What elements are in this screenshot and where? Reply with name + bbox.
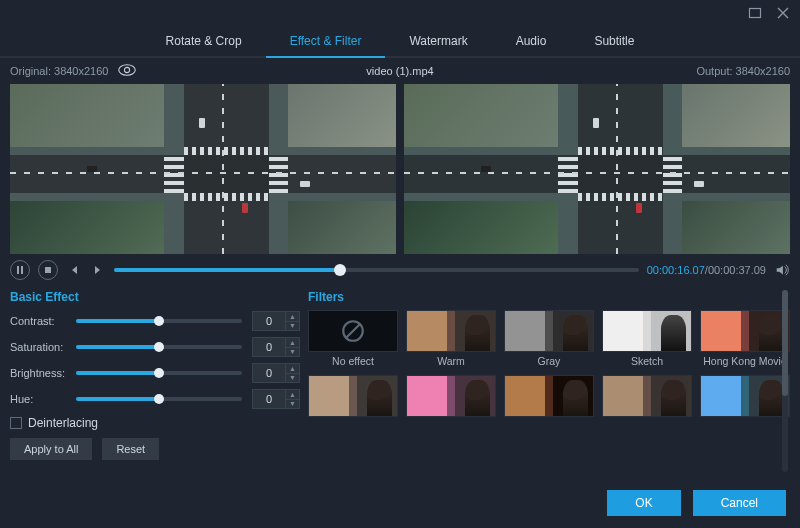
original-preview: [10, 84, 396, 254]
output-resolution-label: Output: 3840x2160: [696, 65, 790, 77]
close-icon[interactable]: [776, 6, 790, 20]
tab-subtitle[interactable]: Subtitle: [570, 26, 658, 56]
tab-rotate-crop[interactable]: Rotate & Crop: [142, 26, 266, 56]
step-up-icon[interactable]: ▲: [286, 338, 299, 348]
stop-button[interactable]: [38, 260, 58, 280]
apply-to-all-button[interactable]: Apply to All: [10, 438, 92, 460]
preview-area: [0, 84, 800, 254]
svg-rect-3: [17, 266, 19, 274]
titlebar: [0, 0, 800, 26]
filter-no-effect[interactable]: No effect: [308, 310, 398, 367]
time-display: 00:00:16.07/00:00:37.09: [647, 264, 766, 276]
step-up-icon[interactable]: ▲: [286, 312, 299, 322]
brightness-slider[interactable]: [76, 371, 242, 375]
filters-heading: Filters: [308, 290, 790, 304]
dialog-footer: OK Cancel: [607, 490, 786, 516]
slider-label: Hue:: [10, 393, 76, 405]
deinterlacing-label: Deinterlacing: [28, 416, 98, 430]
filename-label: video (1).mp4: [366, 65, 433, 77]
seek-slider[interactable]: [114, 268, 639, 272]
prev-frame-button[interactable]: [66, 260, 82, 280]
svg-rect-4: [21, 266, 23, 274]
original-resolution-label: Original: 3840x2160: [10, 65, 108, 77]
contrast-value[interactable]: 0▲▼: [252, 311, 300, 331]
volume-icon[interactable]: [774, 260, 790, 280]
saturation-value[interactable]: 0▲▼: [252, 337, 300, 357]
cancel-button[interactable]: Cancel: [693, 490, 786, 516]
filters-panel: Filters No effectWarmGraySketchHong Kong…: [308, 290, 790, 460]
output-preview: [404, 84, 790, 254]
svg-line-7: [345, 323, 360, 338]
slider-label: Brightness:: [10, 367, 76, 379]
slider-label: Contrast:: [10, 315, 76, 327]
filter-item[interactable]: [602, 375, 692, 417]
next-frame-button[interactable]: [90, 260, 106, 280]
maximize-icon[interactable]: [748, 6, 762, 20]
current-time: 00:00:16.07: [647, 264, 705, 276]
step-down-icon[interactable]: ▼: [286, 374, 299, 383]
reset-button[interactable]: Reset: [102, 438, 159, 460]
step-down-icon[interactable]: ▼: [286, 400, 299, 409]
svg-rect-0: [750, 9, 761, 18]
duration: 00:00:37.09: [708, 264, 766, 276]
filter-gray[interactable]: Gray: [504, 310, 594, 367]
ok-button[interactable]: OK: [607, 490, 680, 516]
basic-effect-panel: Basic Effect Contrast:0▲▼Saturation:0▲▼B…: [10, 290, 300, 460]
filter-hong-kong-movie[interactable]: Hong Kong Movie: [700, 310, 790, 367]
svg-point-2: [125, 67, 130, 72]
svg-rect-5: [45, 267, 51, 273]
contrast-slider[interactable]: [76, 319, 242, 323]
tabs: Rotate & Crop Effect & Filter Watermark …: [0, 26, 800, 58]
step-down-icon[interactable]: ▼: [286, 348, 299, 357]
tab-effect-filter[interactable]: Effect & Filter: [266, 26, 386, 56]
preview-infobar: Original: 3840x2160 video (1).mp4 Output…: [0, 58, 800, 84]
hue-slider[interactable]: [76, 397, 242, 401]
playbar: 00:00:16.07/00:00:37.09: [0, 254, 800, 286]
filter-item[interactable]: [700, 375, 790, 417]
filters-scrollbar[interactable]: [782, 290, 788, 472]
filter-item[interactable]: [308, 375, 398, 417]
hue-value[interactable]: 0▲▼: [252, 389, 300, 409]
step-up-icon[interactable]: ▲: [286, 390, 299, 400]
svg-point-1: [119, 65, 136, 76]
filter-item[interactable]: [406, 375, 496, 417]
step-down-icon[interactable]: ▼: [286, 322, 299, 331]
filter-sketch[interactable]: Sketch: [602, 310, 692, 367]
eye-icon[interactable]: [118, 64, 136, 78]
step-up-icon[interactable]: ▲: [286, 364, 299, 374]
deinterlacing-checkbox[interactable]: [10, 417, 22, 429]
pause-button[interactable]: [10, 260, 30, 280]
slider-label: Saturation:: [10, 341, 76, 353]
tab-watermark[interactable]: Watermark: [385, 26, 491, 56]
brightness-value[interactable]: 0▲▼: [252, 363, 300, 383]
filter-warm[interactable]: Warm: [406, 310, 496, 367]
basic-effect-heading: Basic Effect: [10, 290, 300, 304]
filter-item[interactable]: [504, 375, 594, 417]
saturation-slider[interactable]: [76, 345, 242, 349]
tab-audio[interactable]: Audio: [492, 26, 571, 56]
